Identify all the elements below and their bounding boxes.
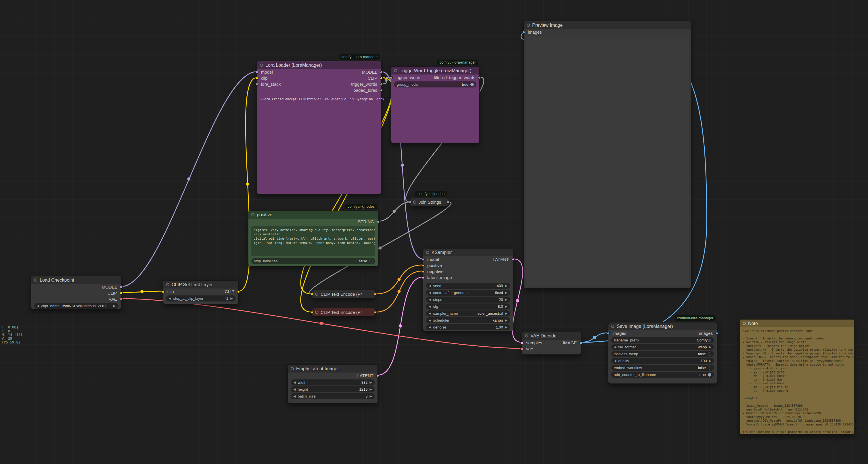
node-header[interactable]: CLIP Set Last Layer	[163, 281, 238, 289]
batch-size-widget[interactable]: ◀ batch_size 3 ▶	[291, 393, 375, 399]
output-port-string[interactable]	[377, 220, 380, 223]
sampler-name-widget[interactable]: ◀ sampler_name euler_ancestral ▶	[426, 310, 510, 316]
control-after-generate-widget[interactable]: ◀ control after generate fixed ▶	[426, 290, 510, 296]
left-arrow-icon[interactable]: ◀	[614, 345, 616, 349]
steps-widget[interactable]: ◀ steps 20 ▶	[426, 297, 510, 302]
left-arrow-icon[interactable]: ◀	[429, 312, 431, 315]
collapse-icon[interactable]	[315, 311, 318, 314]
output-port-latent[interactable]	[512, 258, 515, 261]
collapse-icon[interactable]	[260, 64, 263, 67]
output-port[interactable]	[446, 201, 450, 204]
lossless-webp-toggle[interactable]: lossless_webp false	[611, 351, 714, 357]
node-load-checkpoint[interactable]: Load Checkpoint MODEL CLIP VAE ◀ ckpt_na…	[31, 276, 121, 309]
left-arrow-icon[interactable]: ◀	[429, 325, 431, 329]
collapse-icon[interactable]	[251, 213, 254, 216]
input-port[interactable]	[311, 293, 314, 296]
collapse-icon[interactable]	[413, 201, 416, 204]
node-preview-image[interactable]: Preview Image images	[524, 21, 691, 289]
collapse-icon[interactable]	[527, 24, 530, 27]
file-format-widget[interactable]: ◀ file_format webp ▶	[611, 344, 714, 350]
left-arrow-icon[interactable]: ◀	[429, 318, 431, 322]
left-arrow-icon[interactable]: ◀	[293, 387, 296, 391]
output-port-clip[interactable]	[120, 291, 123, 295]
right-arrow-icon[interactable]: ▶	[505, 325, 507, 329]
right-arrow-icon[interactable]: ▶	[505, 284, 507, 288]
node-header[interactable]: Preview Image	[524, 21, 691, 29]
ckpt-name-widget[interactable]: ◀ ckpt_name ilwaiNSFWIllustrious_v110.s.…	[34, 303, 118, 309]
output-port-latent[interactable]	[376, 374, 379, 377]
node-positive-prompt[interactable]: comfyui-kjnodes positive STRING highres,…	[248, 210, 378, 266]
output-port-model[interactable]	[120, 285, 123, 289]
node-header[interactable]: KSampler	[423, 249, 513, 256]
node-note[interactable]: Note Available filename_prefix Pattern C…	[740, 319, 855, 434]
node-empty-latent-image[interactable]: Empty Latent Image LATENT ◀ width 832 ▶ …	[287, 365, 378, 403]
node-clip-text-encode-positive[interactable]: CLIP Text Encode (Pr	[312, 290, 375, 298]
output-port-image[interactable]	[579, 341, 583, 344]
group-mode-toggle[interactable]: group_mode true	[394, 81, 476, 87]
quality-widget[interactable]: ◀ quality 100 ▶	[611, 358, 714, 364]
toggle-indicator-icon[interactable]	[708, 366, 711, 370]
collapse-icon[interactable]	[743, 322, 746, 325]
scheduler-widget[interactable]: ◀ scheduler karras ▶	[426, 317, 510, 323]
collapse-icon[interactable]	[291, 367, 294, 370]
stop-at-clip-layer-widget[interactable]: ◀ stop_at_clip_layer -2 ▶	[166, 295, 236, 301]
node-header[interactable]: positive	[248, 211, 378, 219]
left-arrow-icon[interactable]: ◀	[429, 298, 431, 301]
input-port-clip[interactable]	[162, 290, 165, 293]
collapse-icon[interactable]	[394, 69, 397, 72]
left-arrow-icon[interactable]: ◀	[429, 284, 431, 288]
toggle-indicator-icon[interactable]	[470, 83, 474, 86]
embed-workflow-toggle[interactable]: embed_workflow false	[611, 365, 714, 371]
output-port-model[interactable]	[380, 70, 383, 74]
left-arrow-icon[interactable]: ◀	[169, 297, 171, 300]
denoise-widget[interactable]: ◀ denoise 1.00 ▶	[426, 324, 510, 330]
node-triggerword-toggle[interactable]: comfyui-lora-manager TriggerWord Toggle …	[391, 66, 479, 143]
output-port-vae[interactable]	[120, 297, 123, 300]
output-port-clip[interactable]	[237, 290, 240, 293]
node-join-strings[interactable]: comfyui-kjnodes Join Strings	[410, 198, 448, 206]
input-port-vae[interactable]	[520, 347, 524, 350]
right-arrow-icon[interactable]: ▶	[505, 304, 507, 308]
right-arrow-icon[interactable]: ▶	[113, 304, 116, 308]
right-arrow-icon[interactable]: ▶	[709, 345, 711, 349]
node-ksampler[interactable]: KSampler model LATENT positive negative …	[423, 248, 513, 331]
cfg-widget[interactable]: ◀ cfg 8.0 ▶	[426, 303, 510, 310]
input-port[interactable]	[311, 311, 314, 314]
left-arrow-icon[interactable]: ◀	[37, 304, 39, 308]
output-port[interactable]	[373, 293, 377, 296]
filename-prefix-widget[interactable]: filename_prefix ComfyUI	[611, 337, 714, 343]
left-arrow-icon[interactable]: ◀	[293, 381, 296, 384]
seed-widget[interactable]: ◀ seed 409 ▶	[426, 283, 510, 289]
width-widget[interactable]: ◀ width 832 ▶	[291, 379, 375, 385]
collapse-icon[interactable]	[525, 334, 528, 338]
left-arrow-icon[interactable]: ◀	[293, 395, 296, 398]
right-arrow-icon[interactable]: ▶	[709, 359, 711, 363]
left-arrow-icon[interactable]: ◀	[429, 291, 431, 295]
collapse-icon[interactable]	[166, 283, 169, 286]
right-arrow-icon[interactable]: ▶	[505, 291, 507, 295]
input-port[interactable]	[408, 201, 412, 204]
output-port-trigger-words[interactable]	[380, 83, 383, 86]
input-port-clip[interactable]	[255, 77, 258, 80]
output-port[interactable]	[373, 311, 377, 314]
output-port-images[interactable]	[715, 332, 718, 335]
toggle-indicator-icon[interactable]	[708, 373, 711, 377]
strip-newlines-toggle[interactable]: strip_newlines false	[251, 258, 375, 264]
toggle-indicator-icon[interactable]	[708, 352, 711, 356]
height-widget[interactable]: ◀ height 1216 ▶	[291, 386, 375, 393]
right-arrow-icon[interactable]: ▶	[505, 312, 507, 315]
collapse-icon[interactable]	[426, 251, 429, 254]
add-counter-toggle[interactable]: add_counter_to_filename true	[611, 372, 714, 378]
left-arrow-icon[interactable]: ◀	[429, 304, 431, 308]
node-header[interactable]: Lora Loader (LoraManager)	[257, 61, 381, 69]
node-header[interactable]: TriggerWord Toggle (LoraManager)	[391, 67, 479, 75]
right-arrow-icon[interactable]: ▶	[370, 395, 372, 398]
output-port-filtered[interactable]	[478, 76, 481, 79]
node-save-image[interactable]: comfyui-lora-manager Save Image (LoraMan…	[608, 322, 717, 384]
collapse-icon[interactable]	[34, 279, 37, 282]
node-lora-loader[interactable]: comfyui-lora-manager Lora Loader (LoraMa…	[257, 61, 381, 194]
input-port-lora-stack[interactable]	[255, 83, 258, 86]
node-header[interactable]: Save Image (LoraManager)	[609, 322, 717, 330]
node-header[interactable]: Load Checkpoint	[31, 276, 121, 284]
right-arrow-icon[interactable]: ▶	[505, 318, 507, 322]
